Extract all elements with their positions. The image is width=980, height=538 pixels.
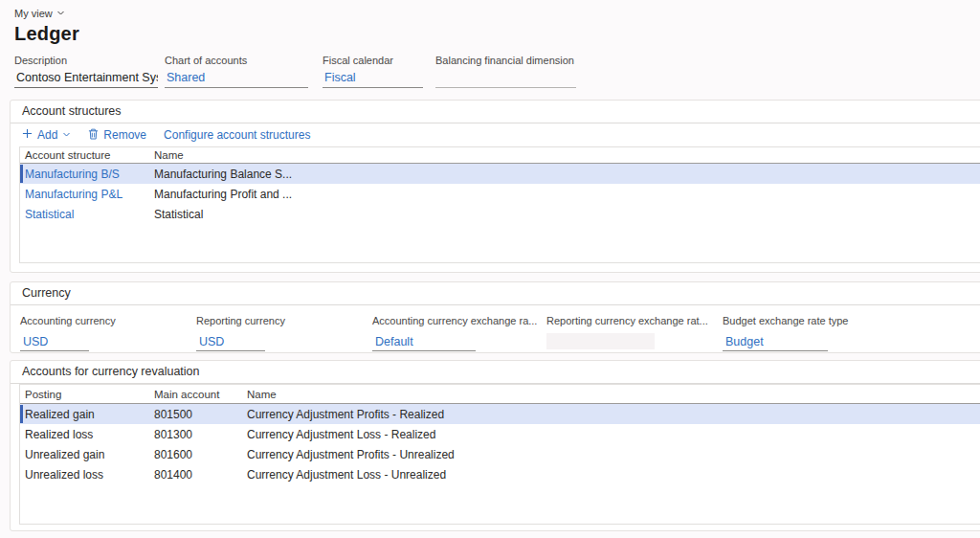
- main-account-cell: 801300: [154, 428, 247, 441]
- account-structures-toolbar: Add Remove Configure account structures: [11, 123, 980, 146]
- chart-of-accounts-link[interactable]: Shared: [165, 70, 308, 88]
- table-row[interactable]: Manufacturing B/S Manufacturing Balance …: [20, 164, 980, 184]
- posting-cell: Unrealized gain: [20, 448, 154, 461]
- column-header-name[interactable]: Name: [154, 149, 980, 161]
- account-structure-name: Manufacturing Profit and ...: [154, 188, 980, 201]
- account-name-cell: Currency Adjustment Profits - Unrealized: [247, 448, 980, 461]
- column-header-posting[interactable]: Posting: [20, 389, 154, 400]
- accounting-currency-field: Accounting currency USD: [20, 315, 196, 351]
- posting-cell: Realized gain: [20, 408, 154, 421]
- posting-cell: Unrealized loss: [20, 468, 154, 482]
- header-fields: Description Contoso Entertainment Syste.…: [14, 55, 980, 88]
- account-structures-section: Account structures Add Remove Configure …: [10, 100, 980, 273]
- add-chevron-down-icon: [62, 128, 71, 142]
- budget-exchange-rate-type-field: Budget exchange rate type Budget: [723, 315, 914, 351]
- reporting-currency-label: Reporting currency: [196, 315, 372, 326]
- reporting-exchange-rate-type-disabled-input: [546, 333, 655, 349]
- accounting-exchange-rate-type-field: Accounting currency exchange ra... Defau…: [372, 315, 546, 351]
- fiscal-calendar-label: Fiscal calendar: [323, 55, 423, 66]
- fiscal-calendar-field: Fiscal calendar Fiscal: [323, 55, 423, 88]
- reporting-currency-field: Reporting currency USD: [196, 315, 372, 351]
- balancing-dimension-field: Balancing financial dimension: [435, 55, 576, 88]
- chevron-down-icon: [56, 8, 65, 19]
- currency-title: Currency: [11, 282, 980, 305]
- posting-cell: Realized loss: [20, 428, 154, 441]
- account-structure-link[interactable]: Manufacturing P&L: [20, 188, 154, 201]
- account-structure-link[interactable]: Statistical: [20, 208, 154, 221]
- grid-header-row: Account structure Name: [20, 147, 980, 164]
- revaluation-accounts-title: Accounts for currency revaluation: [11, 361, 980, 384]
- reporting-exchange-rate-type-field: Reporting currency exchange rat...: [546, 315, 723, 351]
- accounting-currency-label: Accounting currency: [20, 315, 196, 326]
- account-structures-title: Account structures: [11, 101, 980, 123]
- table-row[interactable]: Realized gain 801500 Currency Adjustment…: [20, 404, 980, 424]
- column-header-name[interactable]: Name: [247, 389, 980, 400]
- description-input[interactable]: Contoso Entertainment Syste...: [14, 70, 158, 88]
- main-account-cell: 801500: [154, 408, 247, 421]
- currency-section: Currency Accounting currency USD Reporti…: [10, 281, 980, 353]
- trash-icon: [88, 128, 99, 143]
- add-button[interactable]: Add: [22, 128, 71, 142]
- column-header-account-structure[interactable]: Account structure: [20, 149, 154, 161]
- revaluation-accounts-grid: Posting Main account Name Realized gain …: [19, 384, 980, 525]
- configure-account-structures-button[interactable]: Configure account structures: [164, 128, 310, 142]
- plus-icon: [22, 128, 33, 142]
- remove-button[interactable]: Remove: [88, 128, 146, 143]
- account-name-cell: Currency Adjustment Loss - Realized: [247, 428, 980, 441]
- accounting-exchange-rate-type-link[interactable]: Default: [372, 334, 476, 351]
- view-selector-label: My view: [14, 8, 53, 19]
- account-structure-name: Statistical: [154, 208, 980, 221]
- table-row[interactable]: Realized loss 801300 Currency Adjustment…: [20, 424, 980, 444]
- table-row[interactable]: Manufacturing P&L Manufacturing Profit a…: [20, 184, 980, 204]
- table-row[interactable]: Unrealized loss 801400 Currency Adjustme…: [20, 464, 980, 484]
- fiscal-calendar-link[interactable]: Fiscal: [323, 70, 423, 88]
- main-account-cell: 801400: [154, 468, 247, 482]
- configure-button-label: Configure account structures: [164, 128, 310, 142]
- currency-fields: Accounting currency USD Reporting curren…: [11, 305, 980, 351]
- grid-header-row: Posting Main account Name: [20, 385, 980, 404]
- account-name-cell: Currency Adjustment Loss - Unrealized: [247, 468, 980, 482]
- table-row[interactable]: Statistical Statistical: [20, 204, 980, 224]
- chart-of-accounts-field: Chart of accounts Shared: [165, 55, 308, 88]
- accounting-currency-link[interactable]: USD: [20, 334, 89, 351]
- remove-button-label: Remove: [103, 128, 146, 142]
- chart-of-accounts-label: Chart of accounts: [165, 55, 308, 66]
- balancing-dimension-input[interactable]: [435, 70, 576, 88]
- view-selector[interactable]: My view: [14, 8, 65, 19]
- account-structure-name: Manufacturing Balance S...: [154, 168, 980, 181]
- accounting-exchange-rate-type-label: Accounting currency exchange ra...: [372, 315, 546, 326]
- reporting-currency-link[interactable]: USD: [196, 334, 265, 351]
- add-button-label: Add: [37, 128, 57, 142]
- page-title: Ledger: [14, 23, 980, 45]
- reporting-exchange-rate-type-label: Reporting currency exchange rat...: [546, 315, 723, 326]
- main-account-cell: 801600: [154, 448, 247, 461]
- balancing-dimension-label: Balancing financial dimension: [435, 55, 576, 66]
- page-header: My view Ledger: [0, 0, 980, 45]
- revaluation-accounts-section: Accounts for currency revaluation Postin…: [10, 360, 980, 531]
- table-row[interactable]: Unrealized gain 801600 Currency Adjustme…: [20, 444, 980, 464]
- column-header-main-account[interactable]: Main account: [154, 389, 247, 400]
- account-structures-grid: Account structure Name Manufacturing B/S…: [19, 146, 980, 263]
- account-name-cell: Currency Adjustment Profits - Realized: [247, 408, 980, 421]
- description-field: Description Contoso Entertainment Syste.…: [14, 55, 158, 88]
- account-structure-link[interactable]: Manufacturing B/S: [20, 168, 154, 181]
- description-label: Description: [14, 55, 158, 66]
- budget-exchange-rate-type-link[interactable]: Budget: [723, 334, 828, 351]
- budget-exchange-rate-type-label: Budget exchange rate type: [723, 315, 914, 326]
